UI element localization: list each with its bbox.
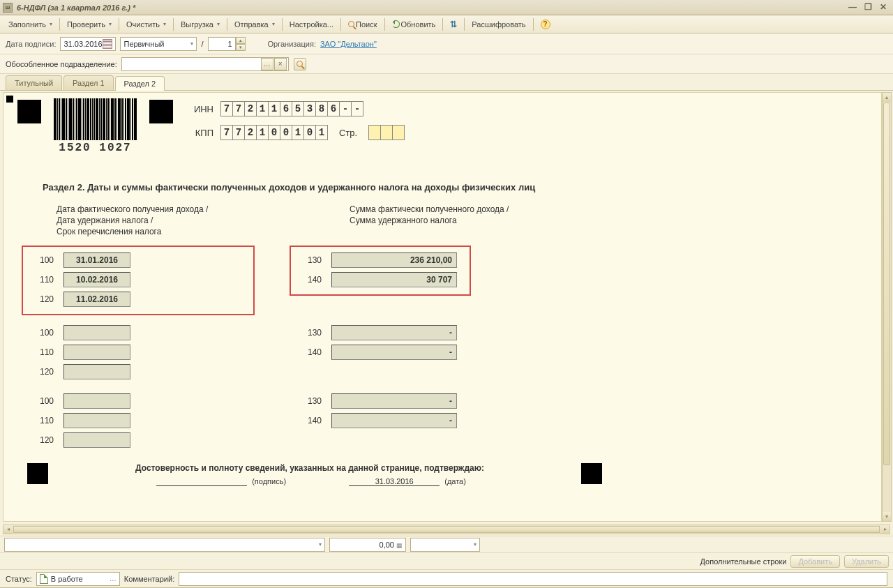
left-column-header: Дата фактического получения дохода / Дат… bbox=[57, 204, 266, 237]
field-120-3[interactable] bbox=[63, 432, 130, 448]
export-button[interactable]: Выгрузка bbox=[177, 19, 224, 30]
field-100-3[interactable] bbox=[63, 393, 130, 409]
barcode: 1520 1027 bbox=[54, 98, 137, 154]
send-button[interactable]: Отправка bbox=[230, 19, 279, 30]
right-column-header: Сумма фактически полученного дохода / Су… bbox=[350, 204, 559, 237]
maximize-button[interactable]: ❐ bbox=[861, 2, 875, 13]
aux-combo-1[interactable]: ▾ bbox=[4, 538, 325, 552]
field-130-3[interactable]: - bbox=[331, 393, 457, 409]
field-100-2[interactable] bbox=[63, 325, 130, 340]
slash: / bbox=[201, 40, 203, 48]
correction-number-input[interactable]: 1 bbox=[208, 37, 236, 51]
aux-amount[interactable]: 0,00 ▦ bbox=[329, 538, 406, 552]
comment-input[interactable] bbox=[179, 572, 887, 586]
lookup-button[interactable] bbox=[294, 58, 306, 70]
kpp-cells: 772100101 bbox=[220, 125, 328, 140]
field-140-2[interactable]: - bbox=[331, 345, 457, 360]
aux-combo-2[interactable]: ▾ bbox=[410, 538, 480, 552]
close-window-button[interactable]: ✕ bbox=[876, 2, 890, 13]
document-wrapper: 1520 1027 ИНН 7721165386-- КПП 772100101 bbox=[0, 91, 893, 523]
app-icon: ш bbox=[3, 3, 13, 13]
delete-row-button[interactable]: Удалить bbox=[844, 555, 889, 568]
field-100-1[interactable]: 31.01.2016 bbox=[63, 252, 130, 268]
marker-square-sig-right bbox=[581, 463, 602, 484]
clear-field-button[interactable]: × bbox=[274, 58, 287, 70]
spin-up[interactable]: ▴ bbox=[236, 37, 246, 44]
page-cells[interactable] bbox=[368, 125, 405, 140]
help-icon: ? bbox=[541, 20, 550, 29]
corner-marker bbox=[6, 96, 13, 103]
refresh-icon bbox=[392, 20, 400, 28]
vertical-scrollbar[interactable]: ▴▾ bbox=[882, 92, 892, 522]
sign-date-label: Дата подписи: bbox=[6, 40, 56, 48]
tab-title[interactable]: Титульный bbox=[6, 75, 62, 90]
field-140-3[interactable]: - bbox=[331, 413, 457, 428]
select-button[interactable]: … bbox=[261, 58, 273, 70]
kpp-label: КПП bbox=[186, 128, 213, 138]
subdivision-row: Обособленное подразделение: … × bbox=[0, 54, 893, 74]
signature-line bbox=[156, 477, 247, 486]
status-label: Статус: bbox=[6, 575, 32, 583]
doc-type-combo[interactable]: Первичный▾ bbox=[120, 37, 197, 51]
field-120-1[interactable]: 11.02.2016 bbox=[63, 292, 130, 307]
search-button[interactable]: Поиск bbox=[344, 19, 381, 30]
field-140-1[interactable]: 30 707 bbox=[331, 272, 457, 287]
sign-date-input[interactable]: 31.03.2016 bbox=[60, 37, 116, 51]
document-area: 1520 1027 ИНН 7721165386-- КПП 772100101 bbox=[3, 92, 882, 522]
signature-row: Достоверность и полноту сведений, указан… bbox=[17, 463, 867, 486]
inn-label: ИНН bbox=[186, 104, 213, 114]
section-title: Раздел 2. Даты и суммы фактически получе… bbox=[43, 182, 867, 193]
extra-rows-label: Дополнительные строки bbox=[700, 557, 787, 566]
subdiv-label: Обособленное подразделение: bbox=[6, 60, 117, 68]
fill-button[interactable]: Заполнить bbox=[4, 19, 57, 30]
calendar-icon[interactable] bbox=[103, 39, 112, 49]
search-icon bbox=[348, 21, 354, 27]
subdiv-input[interactable]: … × bbox=[121, 57, 289, 71]
check-button[interactable]: Проверить bbox=[63, 19, 116, 30]
window-title: 6-НДФЛ (за 1 квартал 2016 г.) * bbox=[17, 3, 135, 12]
aux-row: ▾ 0,00 ▦ ▾ bbox=[0, 536, 893, 552]
refresh-button[interactable]: Обновить bbox=[388, 19, 440, 30]
field-110-3[interactable] bbox=[63, 413, 130, 428]
search-icon bbox=[297, 61, 303, 67]
field-110-2[interactable] bbox=[63, 345, 130, 360]
tabs: Титульный Раздел 1 Раздел 2 bbox=[0, 74, 893, 91]
marker-square-sig-left bbox=[27, 463, 48, 484]
settings-button[interactable]: Настройка... bbox=[285, 19, 338, 30]
title-bar: ш 6-НДФЛ (за 1 квартал 2016 г.) * — ❐ ✕ bbox=[0, 0, 893, 15]
add-row-button[interactable]: Добавить bbox=[790, 555, 840, 568]
status-field[interactable]: В работе … bbox=[36, 572, 120, 586]
tab-section2[interactable]: Раздел 2 bbox=[115, 76, 165, 91]
dates-highlight-box: 10031.01.2016 11010.02.2016 12011.02.201… bbox=[22, 246, 255, 315]
marker-square-left bbox=[17, 100, 41, 123]
minimize-button[interactable]: — bbox=[846, 2, 860, 13]
help-button[interactable]: ? bbox=[536, 18, 555, 31]
field-130-1[interactable]: 236 210,00 bbox=[331, 252, 457, 268]
sort-button[interactable]: ⇅ bbox=[446, 18, 461, 31]
page-label: Стр. bbox=[339, 128, 357, 138]
arrows-icon: ⇅ bbox=[450, 20, 457, 29]
barcode-text: 1520 1027 bbox=[59, 142, 131, 154]
org-link[interactable]: ЗАО "Дельтаон" bbox=[320, 40, 377, 48]
extra-rows-bar: Дополнительные строки Добавить Удалить bbox=[0, 552, 893, 569]
inn-cells: 7721165386-- bbox=[220, 101, 363, 116]
org-label: Организация: bbox=[268, 40, 316, 48]
tab-section1[interactable]: Раздел 1 bbox=[63, 75, 114, 90]
spin-down[interactable]: ▾ bbox=[236, 44, 246, 51]
horizontal-scrollbar[interactable]: ◂▸ bbox=[3, 525, 890, 534]
status-row: Статус: В работе … Комментарий: bbox=[0, 569, 893, 587]
clear-button[interactable]: Очистить bbox=[122, 19, 170, 30]
params-row: Дата подписи: 31.03.2016 Первичный▾ / 1 … bbox=[0, 33, 893, 54]
marker-square-mid bbox=[149, 100, 173, 123]
file-icon bbox=[40, 574, 48, 584]
decode-button[interactable]: Расшифровать bbox=[467, 19, 530, 30]
comment-label: Комментарий: bbox=[124, 575, 174, 583]
main-toolbar: Заполнить Проверить Очистить Выгрузка От… bbox=[0, 15, 893, 33]
field-130-2[interactable]: - bbox=[331, 325, 457, 340]
field-110-1[interactable]: 10.02.2016 bbox=[63, 272, 130, 287]
sums-highlight-box: 130236 210,00 14030 707 bbox=[290, 246, 471, 296]
signature-date: 31.03.2016 bbox=[349, 477, 440, 486]
field-120-2[interactable] bbox=[63, 364, 130, 379]
